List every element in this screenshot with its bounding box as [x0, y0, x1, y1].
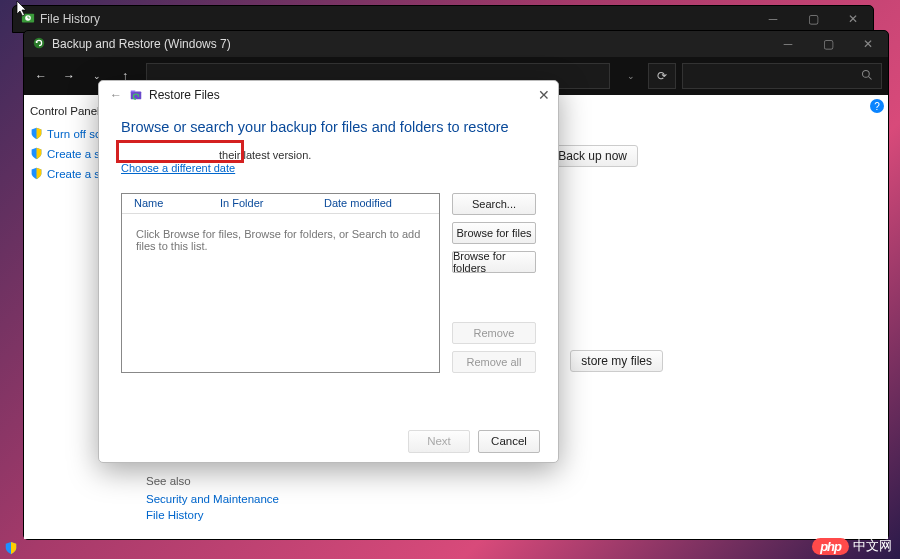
dialog-footer: Next Cancel	[99, 420, 558, 462]
shield-icon	[30, 127, 43, 140]
browse-for-files-button[interactable]: Browse for files	[452, 222, 536, 244]
note-truncated: their latest version.	[219, 149, 536, 161]
shield-icon	[30, 167, 43, 180]
see-also-security[interactable]: Security and Maintenance	[146, 493, 279, 505]
search-button[interactable]: Search...	[452, 193, 536, 215]
refresh-button[interactable]: ⟳	[648, 63, 676, 89]
nav-back-button[interactable]: ←	[30, 65, 52, 87]
watermark-pill: php	[812, 538, 849, 555]
next-button: Next	[408, 430, 470, 453]
file-list-header: Name In Folder Date modified	[122, 194, 439, 214]
close-button[interactable]: ✕	[833, 6, 873, 32]
col-in-folder[interactable]: In Folder	[208, 194, 312, 213]
watermark-text: 中文网	[853, 537, 892, 555]
search-box[interactable]	[682, 63, 882, 89]
restore-my-files-button[interactable]: store my files	[570, 350, 663, 372]
watermark: php 中文网	[812, 537, 892, 555]
maximize-button[interactable]: ▢	[808, 31, 848, 57]
cancel-button[interactable]: Cancel	[478, 430, 540, 453]
see-also-header: See also	[146, 475, 279, 487]
svg-point-2	[34, 37, 45, 48]
choose-different-date-link[interactable]: Choose a different date	[121, 162, 235, 174]
close-button[interactable]: ✕	[848, 31, 888, 57]
file-list: Name In Folder Date modified Click Brows…	[121, 193, 440, 373]
dialog-title: Restore Files	[149, 88, 220, 102]
col-name[interactable]: Name	[122, 194, 208, 213]
minimize-button[interactable]: ─	[768, 31, 808, 57]
svg-rect-5	[131, 91, 142, 99]
file-history-window-titlebar: File History ─ ▢ ✕	[12, 5, 874, 33]
see-also-file-history[interactable]: File History	[146, 509, 279, 521]
address-dropdown-icon[interactable]: ⌄	[620, 65, 642, 87]
browse-for-folders-button[interactable]: Browse for folders	[452, 251, 536, 273]
restore-files-icon	[129, 87, 143, 104]
dialog-heading: Browse or search your backup for files a…	[121, 119, 536, 135]
search-icon	[861, 69, 873, 84]
backup-restore-titlebar: Backup and Restore (Windows 7) ─ ▢ ✕	[24, 31, 888, 57]
svg-point-3	[863, 70, 870, 77]
restore-files-dialog: ← Restore Files ✕ Browse or search your …	[98, 80, 559, 463]
remove-all-button: Remove all	[452, 351, 536, 373]
nav-forward-button[interactable]: →	[58, 65, 80, 87]
dialog-titlebar: ← Restore Files ✕	[99, 81, 558, 109]
remove-button: Remove	[452, 322, 536, 344]
see-also-section: See also Security and Maintenance File H…	[146, 475, 279, 525]
col-date-modified[interactable]: Date modified	[312, 194, 404, 213]
file-list-empty-message: Click Browse for files, Browse for folde…	[122, 214, 439, 266]
mouse-cursor-icon	[16, 0, 28, 21]
svg-line-4	[869, 76, 872, 79]
backup-restore-title: Backup and Restore (Windows 7)	[52, 37, 231, 51]
highlight-annotation: Choose a different date	[116, 140, 244, 163]
file-history-title: File History	[40, 12, 100, 26]
minimize-button[interactable]: ─	[753, 6, 793, 32]
info-icon[interactable]: ?	[870, 99, 884, 113]
dialog-close-button[interactable]: ✕	[534, 85, 554, 105]
dialog-back-button[interactable]: ←	[107, 88, 125, 102]
maximize-button[interactable]: ▢	[793, 6, 833, 32]
shield-icon	[30, 147, 43, 160]
shield-icon	[4, 541, 18, 555]
backup-restore-icon	[32, 36, 46, 53]
